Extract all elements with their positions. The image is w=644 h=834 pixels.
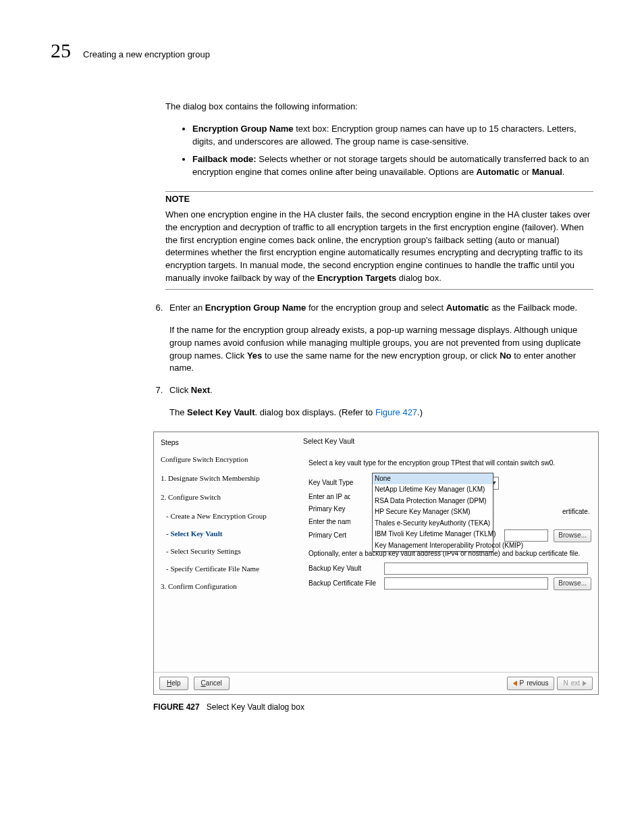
backup-cert-browse-button[interactable]: Browse... <box>554 577 591 590</box>
triangle-right-icon <box>583 681 587 686</box>
select-key-vault-dialog: Steps Configure Switch Encryption 1. Des… <box>153 432 599 695</box>
ertificate-fragment: ertificate. <box>562 507 590 517</box>
bullet-label: Encryption Group Name <box>192 124 294 134</box>
help-button[interactable]: Help <box>159 677 188 691</box>
enter-ip-label: Enter an IP add <box>308 492 350 502</box>
previous-button[interactable]: Previous <box>507 677 555 691</box>
procedure-steps: Enter an Encryption Group Name for the e… <box>149 302 593 713</box>
kv-type-dropdown[interactable]: None NetApp Lifetime Key Manager (LKM) R… <box>372 473 493 552</box>
note-body: When one encryption engine in the HA clu… <box>165 209 593 285</box>
figure-label: FIGURE 427 <box>153 702 200 712</box>
primary-key-label: Primary Key <box>308 504 350 515</box>
step-6-line2: If the name for the encryption group alr… <box>169 324 593 375</box>
steps-3: 3. Confirm Configuration <box>161 581 292 592</box>
steps-2a: - Create a New Encryption Group <box>166 511 292 522</box>
backup-kv-input[interactable] <box>384 563 588 575</box>
select-key-vault-panel: Select Key Vault Select a key vault type… <box>299 432 598 671</box>
dropdown-option[interactable]: Thales e-Security keyAuthority (TEKA) <box>373 518 493 529</box>
figure-link[interactable]: Figure 427 <box>375 407 417 417</box>
steps-panel: Steps Configure Switch Encryption 1. Des… <box>154 432 299 671</box>
panel-prompt: Select a key vault type for the encrypti… <box>308 459 591 469</box>
backup-kv-label: Backup Key Vault <box>308 564 381 574</box>
step-6: Enter an Encryption Group Name for the e… <box>165 302 593 375</box>
steps-2b-current: - Select Key Vault <box>166 529 292 540</box>
intro-paragraph: The dialog box contains the following in… <box>165 101 593 113</box>
next-button[interactable]: Next <box>557 677 593 691</box>
steps-2c: - Select Security Settings <box>166 546 292 557</box>
dropdown-option[interactable]: Key Management Interoperability Protocol… <box>373 540 493 552</box>
chapter-title: Creating a new encryption group <box>83 49 210 61</box>
backup-cert-label: Backup Certificate File <box>308 579 381 589</box>
note-heading: NOTE <box>165 193 593 206</box>
dropdown-option[interactable]: None <box>373 473 493 485</box>
bullet-failback-mode: Failback mode: Selects whether or not st… <box>192 153 593 179</box>
figure-caption-text: Select Key Vault dialog box <box>207 702 304 712</box>
cancel-button[interactable]: Cancel <box>194 677 230 691</box>
note-rule-top <box>165 191 593 192</box>
chapter-number: 25 <box>51 41 71 61</box>
enter-name-label: Enter the name <box>308 517 350 527</box>
step-7: Click Next. The Select Key Vault. dialog… <box>165 384 593 713</box>
primary-cert-label: Primary Cert <box>308 531 350 541</box>
steps-title: Steps <box>161 438 292 448</box>
dropdown-option[interactable]: IBM Tivoli Key Lifetime Manager (TKLM) <box>373 529 493 540</box>
steps-configure: Configure Switch Encryption <box>161 454 292 465</box>
backup-cert-input[interactable] <box>384 577 548 590</box>
steps-1: 1. Designate Switch Membership <box>161 473 292 484</box>
info-bullets: Encryption Group Name text box: Encrypti… <box>165 123 593 179</box>
dropdown-option[interactable]: RSA Data Protection Manager (DPM) <box>373 496 493 507</box>
backup-cert-row: Backup Certificate File Browse... <box>308 577 591 590</box>
primary-cert-input[interactable] <box>504 529 548 542</box>
steps-2d: - Specify Certificate File Name <box>166 564 292 575</box>
primary-cert-browse-button[interactable]: Browse... <box>554 529 591 542</box>
body-content: The dialog box contains the following in… <box>165 101 593 713</box>
backup-kv-row: Backup Key Vault <box>308 563 591 575</box>
dialog-footer: Help Cancel Previous Next <box>154 672 598 694</box>
steps-2: 2. Configure Switch <box>161 492 292 503</box>
bullet-encryption-group-name: Encryption Group Name text box: Encrypti… <box>192 123 593 149</box>
page-header: 25 Creating a new encryption group <box>51 41 593 61</box>
dropdown-option[interactable]: HP Secure Key Manager (SKM) <box>373 506 493 518</box>
step-6-line1: Enter an Encryption Group Name for the e… <box>169 302 593 315</box>
step-7-line1: Click Next. <box>169 384 593 397</box>
triangle-left-icon <box>513 681 517 686</box>
figure-caption: FIGURE 427 Select Key Vault dialog box <box>153 702 593 713</box>
step-7-line2: The Select Key Vault. dialog box display… <box>169 407 593 419</box>
bullet-label: Failback mode: <box>192 154 257 164</box>
panel-title: Select Key Vault <box>303 436 591 446</box>
dropdown-option[interactable]: NetApp Lifetime Key Manager (LKM) <box>373 484 493 496</box>
note-rule-bottom <box>165 289 593 290</box>
kv-type-label: Key Vault Type <box>308 478 371 488</box>
